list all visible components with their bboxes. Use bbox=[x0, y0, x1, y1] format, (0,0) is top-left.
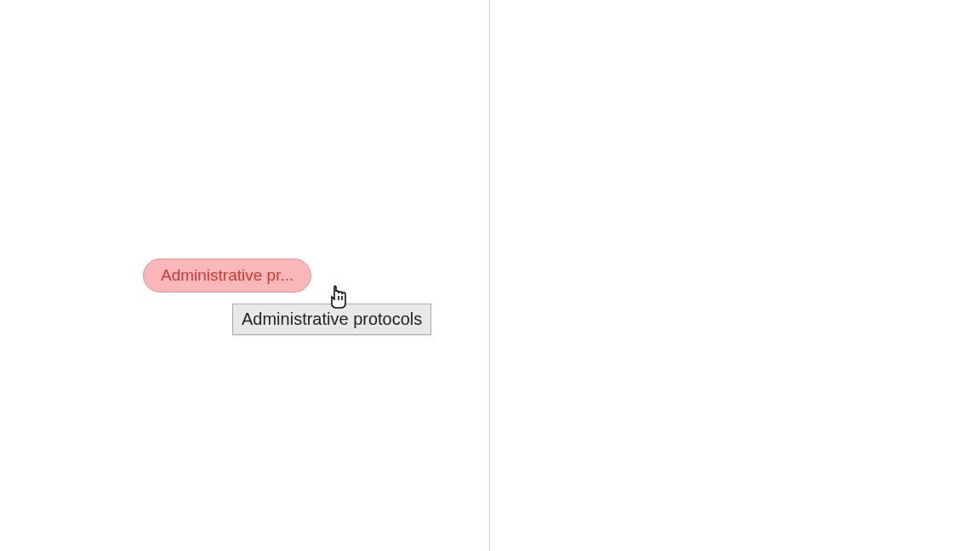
hover-state-panel: Administrative pr... Administrative prot… bbox=[0, 0, 489, 551]
native-tooltip: Administrative protocols bbox=[232, 304, 431, 335]
tag-hover[interactable]: Administrative pr... bbox=[143, 258, 311, 293]
focus-state-panel: Administrative pr... Administrative prot… bbox=[490, 0, 980, 551]
tag-label: Administrative pr... bbox=[161, 266, 293, 285]
tooltip-text: Administrative protocols bbox=[242, 310, 422, 328]
